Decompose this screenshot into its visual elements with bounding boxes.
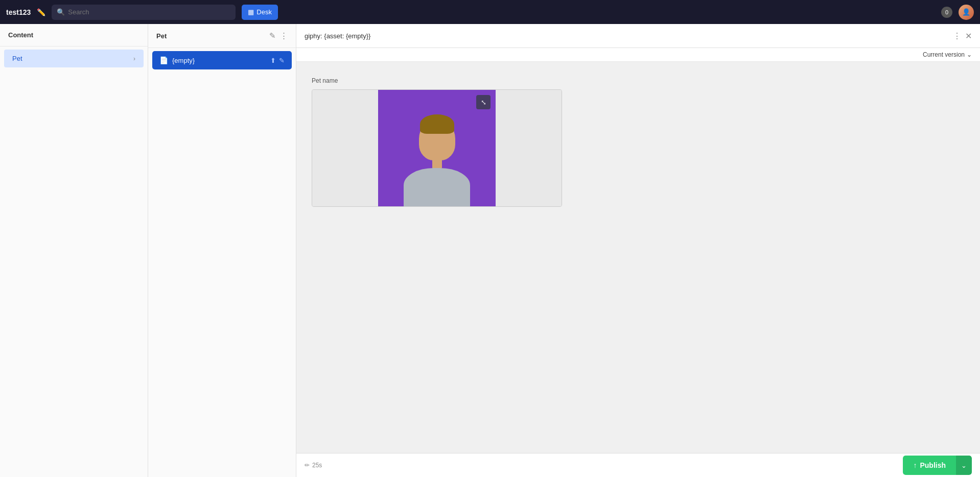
image-right-zone: [496, 90, 562, 206]
content-close-button[interactable]: ✕: [965, 31, 972, 41]
desk-label: Desk: [256, 8, 272, 16]
field-label-pet-name: Pet name: [312, 77, 338, 84]
resize-icon: ⤡: [481, 99, 486, 106]
content-sidebar-header: Content: [0, 24, 148, 46]
pet-entry-edit-button[interactable]: ✎: [279, 57, 285, 64]
bottom-bar: ✏ 25s ↑ Publish ⌄: [296, 453, 980, 477]
publish-group: ↑ Publish ⌄: [903, 456, 972, 475]
sidebar-item-pet[interactable]: Pet ›: [4, 50, 144, 67]
sidebar-pet: Pet ✎ ⋮ 📄 {empty} ⬆ ✎: [148, 24, 296, 477]
publish-icon: ↑: [913, 461, 917, 469]
pet-entry-pin-button[interactable]: ⬆: [270, 57, 276, 64]
person-neck: [432, 158, 442, 168]
desk-button[interactable]: ▦ Desk: [242, 5, 278, 20]
pet-entry-actions: ⬆ ✎: [270, 57, 285, 64]
pet-entry-empty[interactable]: 📄 {empty} ⬆ ✎: [152, 51, 292, 69]
main-content: giphy: {asset: {empty}} ⋮ ✕ Current vers…: [296, 24, 980, 477]
person-hair: [420, 114, 454, 134]
editor-area: Pet name: [296, 62, 980, 453]
save-time: 25s: [312, 462, 322, 469]
publish-label: Publish: [920, 461, 946, 469]
pet-more-button[interactable]: ⋮: [280, 31, 288, 40]
pet-edit-button[interactable]: ✎: [269, 31, 276, 40]
search-icon: 🔍: [57, 8, 65, 16]
avatar[interactable]: 👤: [959, 5, 974, 20]
publish-button[interactable]: ↑ Publish: [903, 456, 956, 475]
pet-entry-doc-icon: 📄: [159, 56, 168, 64]
search-bar: 🔍: [52, 5, 236, 20]
pet-entry-label: {empty}: [172, 57, 266, 64]
save-indicator: ✏ 25s: [305, 462, 322, 469]
main-layout: Content Pet › Pet ✎ ⋮ 📄 {empty} ⬆ ✎ giph…: [0, 24, 980, 477]
image-left-zone: [312, 90, 378, 206]
version-bar: Current version ⌄: [296, 48, 980, 62]
content-title: giphy: {asset: {empty}}: [305, 32, 949, 40]
pet-header: Pet ✎ ⋮: [148, 24, 296, 48]
content-more-button[interactable]: ⋮: [953, 31, 961, 41]
publish-dropdown-chevron-icon: ⌄: [961, 462, 967, 469]
person-body: [404, 168, 470, 206]
sidebar-item-pet-label: Pet: [12, 55, 133, 62]
version-select-button[interactable]: Current version ⌄: [923, 51, 972, 58]
image-resize-button[interactable]: ⤡: [476, 95, 491, 109]
content-topbar-actions: ⋮ ✕: [953, 31, 972, 41]
image-center-zone: ⤡: [378, 90, 496, 206]
search-input[interactable]: [68, 8, 230, 16]
content-topbar: giphy: {asset: {empty}} ⋮ ✕: [296, 24, 980, 48]
version-chevron-icon: ⌄: [967, 51, 972, 58]
desk-icon: ▦: [248, 8, 254, 16]
top-nav: test123 ✏️ 🔍 ▦ Desk 0 👤: [0, 0, 980, 24]
app-title: test123: [6, 8, 31, 16]
image-container: ⤡: [312, 89, 562, 207]
notification-badge[interactable]: 0: [941, 7, 952, 18]
person-head-wrapper: [418, 114, 456, 160]
sidebar-item-chevron-icon: ›: [133, 55, 135, 62]
person-figure: [404, 114, 470, 206]
edit-title-button[interactable]: ✏️: [37, 8, 45, 16]
publish-dropdown-button[interactable]: ⌄: [956, 456, 972, 475]
sidebar-content: Content Pet ›: [0, 24, 148, 477]
pencil-icon: ✏: [305, 462, 310, 469]
version-label: Current version: [923, 51, 965, 58]
pet-header-title: Pet: [156, 32, 265, 40]
